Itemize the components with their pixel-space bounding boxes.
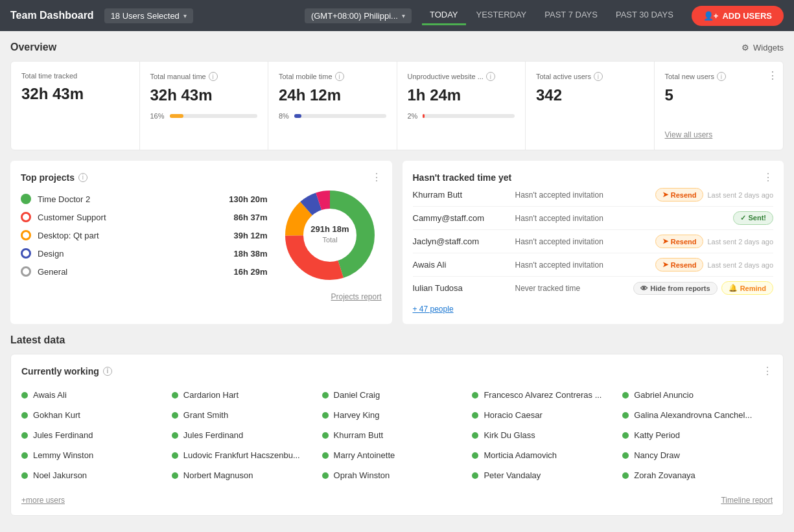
project-color-dot	[21, 266, 31, 277]
svg-text:Total: Total	[322, 236, 337, 244]
latest-data-section: Latest data Currently working i ⋮ Awais …	[10, 334, 784, 516]
track-person-name: Awais Ali	[413, 260, 510, 270]
track-person-name: Khurram Butt	[413, 190, 510, 200]
more-options-icon[interactable]: ⋮	[762, 365, 773, 377]
track-row: Awais AliHasn't accepted invitation➤ Res…	[413, 253, 774, 277]
info-icon[interactable]: i	[594, 72, 603, 81]
stat-active-users: Total active users i 342	[526, 62, 655, 150]
header: Team Dashboard 18 Users Selected ▾ (GMT+…	[0, 0, 794, 31]
user-name: Francesco Alvarez Contreras ...	[484, 390, 601, 400]
tab-today[interactable]: TODAY	[422, 6, 466, 25]
info-icon[interactable]: i	[335, 72, 344, 81]
user-item: Oprah Winston	[322, 468, 473, 483]
track-row: Khurram ButtHasn't accepted invitation➤ …	[413, 183, 774, 207]
user-name: Noel Jakurson	[33, 470, 87, 480]
date-range-nav: TODAY YESTERDAY PAST 7 DAYS PAST 30 DAYS	[422, 6, 681, 25]
user-name: Jules Ferdinand	[33, 430, 93, 440]
online-status-dot	[21, 412, 28, 419]
track-badge[interactable]: ➤ Resend	[655, 235, 704, 248]
tab-yesterday[interactable]: YESTERDAY	[469, 6, 535, 25]
project-time: 130h 20m	[229, 194, 267, 204]
stat-value: 24h 12m	[279, 86, 386, 104]
top-projects-title: Top projects	[21, 172, 75, 183]
online-status-dot	[322, 412, 329, 419]
online-status-dot	[622, 452, 629, 459]
online-status-dot	[622, 392, 629, 399]
more-people-link[interactable]: + 47 people	[413, 305, 774, 314]
bar-background	[423, 114, 515, 118]
stat-bar-row: 2%	[408, 112, 515, 120]
online-status-dot	[21, 392, 28, 399]
user-name: Awais Ali	[33, 390, 67, 400]
online-status-dot	[322, 432, 329, 439]
user-item: Cardarion Hart	[172, 387, 322, 402]
user-name: Gabriel Anuncio	[634, 390, 694, 400]
project-name: Design	[38, 249, 227, 259]
user-item: Zorah Zovanaya	[622, 468, 773, 483]
stat-bar-row: 16%	[150, 112, 258, 120]
widgets-button[interactable]: ⚙ Widgets	[741, 43, 784, 52]
user-item: Norbert Magnuson	[172, 468, 322, 483]
stat-unproductive: Unproductive website ... i 1h 24m 2%	[397, 62, 526, 150]
stat-label: Total mobile time i	[279, 72, 386, 81]
info-icon[interactable]: i	[486, 72, 495, 81]
user-item: Jules Ferdinand	[21, 428, 172, 443]
info-icon[interactable]: i	[78, 173, 88, 182]
online-status-dot	[622, 412, 629, 419]
more-users-link[interactable]: +more users	[21, 496, 65, 505]
timeline-report-link[interactable]: Timeline report	[721, 496, 773, 505]
add-person-icon: 👤+	[703, 11, 719, 21]
overview-section-header: Overview ⚙ Widgets	[10, 41, 784, 53]
user-name: Nancy Draw	[634, 450, 680, 460]
more-options-icon[interactable]: ⋮	[371, 171, 382, 183]
track-badge[interactable]: ➤ Resend	[655, 188, 704, 202]
project-time: 86h 37m	[233, 213, 267, 222]
add-users-button[interactable]: 👤+ ADD USERS	[692, 6, 784, 26]
remind-badge[interactable]: 🔔 Remind	[721, 281, 773, 295]
users-selected-selector[interactable]: 18 Users Selected ▾	[104, 8, 193, 23]
track-badge[interactable]: 👁 Hide from reports	[633, 282, 717, 295]
user-item: Ludovic Frankfurt Hacszenbu...	[172, 448, 322, 463]
user-item: Marry Antoinette	[322, 448, 473, 463]
chevron-down-icon: ▾	[183, 12, 187, 19]
track-badge[interactable]: ➤ Resend	[655, 258, 704, 272]
tab-past7[interactable]: PAST 7 DAYS	[537, 6, 605, 25]
user-name: Khurram Butt	[334, 430, 384, 440]
track-badge[interactable]: ✓ Sent!	[733, 211, 773, 225]
info-icon[interactable]: i	[103, 367, 112, 376]
bottom-links: +more users Timeline report	[21, 491, 773, 505]
stat-label: Total time tracked	[21, 72, 129, 80]
user-name: Kirk Du Glass	[484, 430, 535, 440]
hide-icon: 👁	[640, 284, 648, 292]
projects-report-link[interactable]: Projects report	[21, 292, 382, 301]
stat-label: Total manual time i	[150, 72, 258, 81]
track-person-name: Cammy@staff.com	[413, 213, 510, 223]
online-status-dot	[172, 412, 178, 419]
project-list: Time Doctor 2130h 20mCustomer Support86h…	[21, 190, 268, 281]
tab-past30[interactable]: PAST 30 DAYS	[608, 6, 681, 25]
user-item: Galina Alexandrovna Canchel...	[622, 408, 773, 422]
latest-data-header: Latest data	[10, 334, 784, 346]
info-icon[interactable]: i	[209, 72, 218, 81]
project-time: 18h 38m	[233, 249, 267, 259]
online-status-dot	[172, 432, 178, 439]
online-status-dot	[21, 452, 28, 459]
info-icon[interactable]: i	[717, 72, 726, 81]
view-all-users-link[interactable]: View all users	[665, 130, 773, 139]
hasnt-tracked-panel: Hasn't tracked time yet ⋮ Khurram ButtHa…	[403, 161, 784, 324]
user-item: Kirk Du Glass	[472, 428, 622, 443]
projects-content: Time Doctor 2130h 20mCustomer Support86h…	[21, 183, 382, 287]
user-name: Norbert Magnuson	[183, 470, 253, 480]
last-sent-label: Last sent 2 days ago	[707, 238, 773, 246]
currently-working-header: Currently working i ⋮	[21, 365, 773, 377]
svg-text:291h 18m: 291h 18m	[310, 224, 349, 234]
timezone-selector[interactable]: (GMT+08:00) Philippi... ▾	[305, 8, 412, 23]
track-status: Hasn't accepted invitation	[515, 214, 729, 223]
stat-value: 32h 43m	[21, 85, 129, 103]
stat-value: 32h 43m	[150, 86, 258, 104]
user-name: Oprah Winston	[334, 470, 390, 480]
stat-more-button[interactable]: ⋮	[767, 69, 778, 82]
track-row: Jaclyn@staff.comHasn't accepted invitati…	[413, 230, 774, 253]
more-options-icon[interactable]: ⋮	[763, 171, 773, 183]
track-actions: ✓ Sent!	[733, 211, 773, 225]
